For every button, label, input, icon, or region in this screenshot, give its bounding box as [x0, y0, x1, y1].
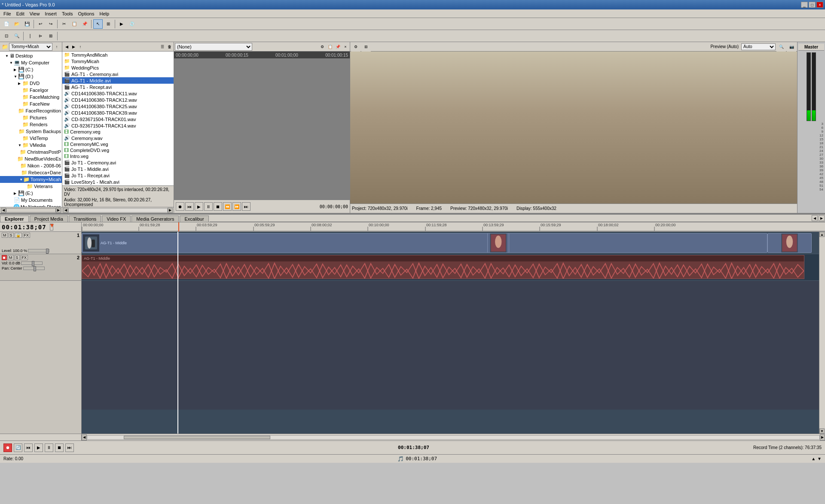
tab-transitions[interactable]: Transitions	[69, 216, 101, 222]
preview-end-btn[interactable]: ⏭	[242, 202, 251, 211]
audio-clip-1[interactable]: AG-T1 - Middle // Generate waveform visu…	[82, 255, 804, 279]
tab-explorer[interactable]: Explorer	[0, 216, 29, 222]
event-btn[interactable]: ⊞	[46, 31, 55, 41]
file-ceremony-wav[interactable]: 🔊 Ceremony.wav	[62, 135, 174, 141]
audio-track-row[interactable]: AG-T1 - Middle // Generate waveform visu…	[82, 254, 819, 281]
file-up-btn[interactable]: ↑	[77, 43, 84, 50]
file-cd-track11[interactable]: 🔊 CD1441006380-TRACK11.wav	[62, 90, 174, 97]
tree-network[interactable]: 🌐 My Network Places	[0, 203, 62, 207]
video-track-row[interactable]: AG-T1 - Middle	[82, 232, 819, 254]
tracks-vscroll[interactable]: ▲ ▼	[819, 232, 825, 434]
minimize-btn[interactable]: _	[801, 2, 808, 8]
tree-renders[interactable]: 📁 Renders	[0, 121, 62, 128]
file-ceremony-veg[interactable]: 🎞 Ceremony.veg	[62, 129, 174, 135]
menu-insert[interactable]: Insert	[42, 10, 59, 17]
track2-vol-slider[interactable]	[21, 261, 43, 265]
timeline-ruler[interactable]: 00:00:00;00 00:01:59;28 00:03:59;29 00:0…	[82, 222, 825, 232]
file-jo-ceremony[interactable]: 🎬 Jo T1 - Ceremony.avi	[62, 159, 174, 166]
burn-btn[interactable]: 💿	[127, 19, 137, 29]
snap-btn[interactable]: ⊡	[2, 31, 11, 41]
file-folder-tommy[interactable]: 📁 TommyAndMicah	[62, 52, 174, 58]
tree-mycomputer[interactable]: ▼ 💻 My Computer	[0, 59, 62, 66]
tree-nikon[interactable]: 📁 Nikon - 2008-06	[0, 162, 62, 169]
vscroll-up[interactable]: ▲	[819, 232, 825, 237]
track2-pan-slider[interactable]	[23, 267, 45, 270]
stop-btn[interactable]: ⏹	[55, 443, 64, 452]
open-btn[interactable]: 📂	[12, 19, 21, 29]
file-back-btn[interactable]: ◀	[63, 43, 70, 50]
pause-btn[interactable]: ⏸	[45, 443, 53, 452]
file-view-btn[interactable]: ☰	[159, 43, 166, 50]
tree-edrive[interactable]: ▶ 💾 (E:)	[0, 190, 62, 197]
hscroll-left[interactable]: ◀	[82, 434, 87, 440]
file-agt1recept[interactable]: 🎬 AG-T1 - Recept.avi	[62, 84, 174, 90]
file-delete-btn[interactable]: 🗑	[166, 43, 173, 50]
menu-view[interactable]: View	[27, 10, 43, 17]
tab-projectmedia[interactable]: Project Media	[30, 216, 68, 222]
tree-tommymicah[interactable]: ▼ 📁 Tommy+Micah	[0, 176, 62, 183]
tree-scrollbar[interactable]: ◀ ▶	[0, 207, 62, 213]
goto-start-btn[interactable]: ⏮	[24, 443, 33, 452]
maximize-btn[interactable]: □	[809, 2, 816, 8]
track2-solo-btn[interactable]: S	[15, 255, 20, 260]
file-agt1middle[interactable]: 🎬 AG-T1 - Middle.avi	[62, 77, 174, 84]
tree-veterans[interactable]: 📁 Veterans	[0, 183, 62, 190]
paste-btn[interactable]: 📌	[80, 19, 89, 29]
preview-record-btn[interactable]: ⏺	[176, 202, 184, 211]
tab-next-btn[interactable]: ▶	[819, 215, 825, 221]
tree-vidtemp[interactable]: 📁 VidTemp	[0, 135, 62, 142]
track1-level-thumb[interactable]	[46, 249, 49, 254]
preview-stepback-btn[interactable]: ⏪	[223, 202, 232, 211]
tree-desktop[interactable]: ▼ 🖥 Desktop	[0, 52, 62, 59]
video-clip-2[interactable]	[487, 233, 509, 253]
file-cd-track39[interactable]: 🔊 CD1441006380-TRACK39.wav	[62, 109, 174, 116]
redo-btn[interactable]: ↪	[46, 19, 55, 29]
zoom-btn[interactable]: 🔍	[12, 31, 21, 41]
select-btn[interactable]: ⊞	[104, 19, 113, 29]
tree-cdrive[interactable]: ▶ 💾 (C:)	[0, 66, 62, 73]
hscroll-right[interactable]: ▶	[820, 434, 825, 440]
preview-rewind-btn[interactable]: ⏮	[185, 202, 194, 211]
preview-paste-btn[interactable]: 📌	[334, 43, 341, 50]
file-jo-middle[interactable]: 🎬 Jo T1 - Middle.avi	[62, 166, 174, 172]
tree-facenew[interactable]: 📁 FaceNew	[0, 100, 62, 107]
scroll-right[interactable]: ▶	[56, 208, 61, 213]
hscroll-thumb[interactable]	[124, 436, 270, 439]
mprev-snapshot[interactable]: 📷	[787, 42, 796, 52]
tree-faceigor[interactable]: 📁 FaceIgor	[0, 87, 62, 94]
trim-btn[interactable]: ⊳	[36, 31, 45, 41]
file-fwd-btn[interactable]: ▶	[70, 43, 77, 50]
track1-lock-btn[interactable]: 🔒	[15, 233, 22, 238]
tab-excalibur[interactable]: Excalibur	[180, 216, 208, 222]
play-btn[interactable]: ▶	[34, 443, 43, 452]
tab-mediagen[interactable]: Media Generators	[131, 216, 179, 222]
track2-record-btn[interactable]: ⏺	[2, 255, 7, 260]
vscroll-down[interactable]: ▼	[819, 428, 825, 434]
mprev-settings[interactable]: ⚙	[351, 42, 361, 52]
tab-prev-btn[interactable]: ◀	[812, 215, 818, 221]
video-clip-1[interactable]: AG-T1 - Middle	[82, 233, 767, 253]
preview-source-select[interactable]: (None)	[175, 43, 252, 51]
video-clip-3[interactable]	[767, 233, 812, 253]
cursor-btn[interactable]: ↖	[93, 19, 103, 29]
track1-level-slider[interactable]	[28, 249, 49, 252]
file-folder-tommy2[interactable]: 📁 TommyMicah	[62, 58, 174, 64]
playhead-drag[interactable]	[50, 224, 53, 231]
scroll-left-btn[interactable]: ◀	[63, 208, 68, 213]
folder-select[interactable]: Tommy+Micah	[9, 43, 52, 51]
file-agt1ceremony[interactable]: 🎬 AG-T1 - Ceremony.avi	[62, 71, 174, 77]
tree-ddrive[interactable]: ▼ 💾 (D:)	[0, 73, 62, 80]
tree-christmas[interactable]: 📁 ChristmasPostP	[0, 149, 62, 155]
track2-fx-btn[interactable]: FX	[21, 255, 28, 260]
split-btn[interactable]: |	[25, 31, 35, 41]
record-btn[interactable]: ⏺	[3, 443, 12, 452]
menu-file[interactable]: File	[1, 10, 14, 17]
tree-sysbackup[interactable]: 📁 System Backups	[0, 128, 62, 135]
file-cd923-track14[interactable]: 🔊 CD-923671504-TRACK14.wav	[62, 122, 174, 129]
file-intro[interactable]: 🎞 Intro.veg	[62, 153, 174, 159]
hscroll-bar[interactable]	[87, 435, 820, 440]
menu-options[interactable]: Options	[76, 10, 97, 17]
preview-stop-btn[interactable]: ⏹	[214, 202, 222, 211]
preview-stepfwd-btn[interactable]: ⏩	[232, 202, 241, 211]
save-btn[interactable]: 💾	[22, 19, 32, 29]
